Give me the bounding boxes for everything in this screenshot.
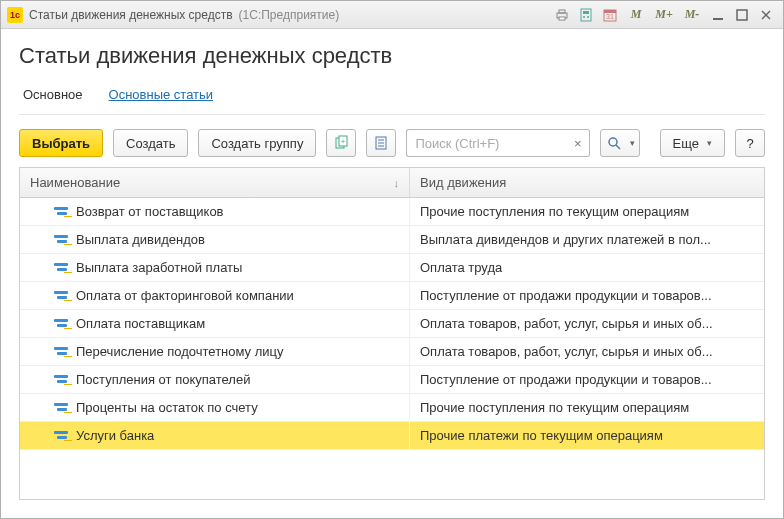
cell-name: Выплата заработной платы bbox=[20, 254, 410, 281]
app-logo-icon: 1c bbox=[7, 7, 23, 23]
window-subtitle: (1С:Предприятие) bbox=[239, 8, 340, 22]
cell-name-text: Перечисление подочтетному лицу bbox=[76, 344, 283, 359]
item-icon bbox=[54, 347, 68, 357]
item-icon bbox=[54, 403, 68, 413]
cell-name: Услуги банка bbox=[20, 422, 410, 449]
title-toolbar: 31 M M+ M- bbox=[551, 5, 777, 25]
table-row[interactable]: Возврат от поставщиковПрочие поступления… bbox=[20, 198, 764, 226]
calendar-icon[interactable]: 31 bbox=[599, 5, 621, 25]
cell-name-text: Оплата поставщикам bbox=[76, 316, 205, 331]
sort-indicator-icon: ↓ bbox=[394, 177, 400, 189]
table: Наименование ↓ Вид движения Возврат от п… bbox=[19, 167, 765, 500]
search-button[interactable]: ▾ bbox=[600, 129, 640, 157]
cell-name-text: Проценты на остаток по счету bbox=[76, 400, 258, 415]
search-box: × bbox=[406, 129, 590, 157]
cell-type: Оплата товаров, работ, услуг, сырья и ин… bbox=[410, 310, 764, 337]
col-header-name-label: Наименование bbox=[30, 175, 120, 190]
svg-text:+: + bbox=[341, 137, 346, 146]
cell-name-text: Выплата заработной платы bbox=[76, 260, 242, 275]
copy-button[interactable]: + bbox=[326, 129, 356, 157]
table-row[interactable]: Проценты на остаток по счетуПрочие посту… bbox=[20, 394, 764, 422]
svg-text:31: 31 bbox=[606, 13, 614, 20]
print-icon[interactable] bbox=[551, 5, 573, 25]
svg-rect-11 bbox=[737, 10, 747, 20]
cell-type: Оплата товаров, работ, услуг, сырья и ин… bbox=[410, 338, 764, 365]
chevron-down-icon: ▾ bbox=[707, 138, 712, 148]
item-icon bbox=[54, 207, 68, 217]
tabs: Основное Основные статьи bbox=[19, 81, 765, 115]
svg-point-5 bbox=[583, 16, 585, 18]
item-icon bbox=[54, 375, 68, 385]
svg-rect-2 bbox=[559, 17, 565, 20]
cell-type: Прочие поступления по текущим операциям bbox=[410, 198, 764, 225]
tab-main-articles[interactable]: Основные статьи bbox=[105, 81, 218, 114]
cell-type: Выплата дивидендов и других платежей в п… bbox=[410, 226, 764, 253]
table-row[interactable]: Выплата заработной платыОплата труда bbox=[20, 254, 764, 282]
table-header: Наименование ↓ Вид движения bbox=[20, 168, 764, 198]
window-title: Статьи движения денежных средств bbox=[29, 8, 233, 22]
search-input[interactable] bbox=[406, 129, 566, 157]
chevron-down-icon: ▾ bbox=[630, 138, 635, 148]
table-body: Возврат от поставщиковПрочие поступления… bbox=[20, 198, 764, 499]
cell-type: Прочие платежи по текущим операциям bbox=[410, 422, 764, 449]
svg-point-6 bbox=[587, 16, 589, 18]
help-button[interactable]: ? bbox=[735, 129, 765, 157]
cell-name: Оплата поставщикам bbox=[20, 310, 410, 337]
item-icon bbox=[54, 319, 68, 329]
table-row[interactable]: Поступления от покупателейПоступление от… bbox=[20, 366, 764, 394]
memory-mminus-button[interactable]: M- bbox=[679, 5, 705, 25]
table-row[interactable]: Услуги банкаПрочие платежи по текущим оп… bbox=[20, 422, 764, 450]
list-view-button[interactable] bbox=[366, 129, 396, 157]
svg-rect-10 bbox=[713, 18, 723, 20]
cell-name-text: Возврат от поставщиков bbox=[76, 204, 224, 219]
col-header-type-label: Вид движения bbox=[420, 175, 506, 190]
create-group-button[interactable]: Создать группу bbox=[198, 129, 316, 157]
maximize-button[interactable] bbox=[731, 5, 753, 25]
table-row[interactable]: Перечисление подочтетному лицуОплата тов… bbox=[20, 338, 764, 366]
svg-line-22 bbox=[616, 145, 620, 149]
svg-point-21 bbox=[609, 138, 617, 146]
tab-main[interactable]: Основное bbox=[19, 81, 87, 114]
cell-name: Возврат от поставщиков bbox=[20, 198, 410, 225]
create-button[interactable]: Создать bbox=[113, 129, 188, 157]
item-icon bbox=[54, 235, 68, 245]
svg-rect-4 bbox=[583, 11, 589, 14]
title-bar: 1c Статьи движения денежных средств (1С:… bbox=[1, 1, 783, 29]
memory-m-button[interactable]: M bbox=[623, 5, 649, 25]
svg-rect-3 bbox=[581, 9, 591, 21]
page-title: Статьи движения денежных средств bbox=[19, 43, 765, 69]
cell-name: Проценты на остаток по счету bbox=[20, 394, 410, 421]
minimize-button[interactable] bbox=[707, 5, 729, 25]
memory-mplus-button[interactable]: M+ bbox=[651, 5, 677, 25]
window: 1c Статьи движения денежных средств (1С:… bbox=[0, 0, 784, 519]
col-header-type[interactable]: Вид движения bbox=[410, 168, 764, 197]
item-icon bbox=[54, 263, 68, 273]
svg-rect-1 bbox=[559, 10, 565, 13]
cell-name-text: Поступления от покупателей bbox=[76, 372, 250, 387]
select-button[interactable]: Выбрать bbox=[19, 129, 103, 157]
table-row[interactable]: Оплата поставщикамОплата товаров, работ,… bbox=[20, 310, 764, 338]
cell-name-text: Услуги банка bbox=[76, 428, 154, 443]
cell-name: Поступления от покупателей bbox=[20, 366, 410, 393]
cell-name-text: Выплата дивидендов bbox=[76, 232, 205, 247]
content-area: Статьи движения денежных средств Основно… bbox=[1, 29, 783, 518]
cell-type: Оплата труда bbox=[410, 254, 764, 281]
table-row[interactable]: Оплата от факторинговой компанииПоступле… bbox=[20, 282, 764, 310]
cell-type: Прочие поступления по текущим операциям bbox=[410, 394, 764, 421]
search-clear-button[interactable]: × bbox=[566, 129, 590, 157]
cell-name-text: Оплата от факторинговой компании bbox=[76, 288, 294, 303]
toolbar: Выбрать Создать Создать группу + × ▾ Еще… bbox=[19, 129, 765, 157]
cell-type: Поступление от продажи продукции и товар… bbox=[410, 282, 764, 309]
cell-name: Выплата дивидендов bbox=[20, 226, 410, 253]
close-button[interactable] bbox=[755, 5, 777, 25]
cell-type: Поступление от продажи продукции и товар… bbox=[410, 366, 764, 393]
cell-name: Перечисление подочтетному лицу bbox=[20, 338, 410, 365]
more-button[interactable]: Еще▾ bbox=[660, 129, 725, 157]
table-row[interactable]: Выплата дивидендовВыплата дивидендов и д… bbox=[20, 226, 764, 254]
item-icon bbox=[54, 431, 68, 441]
cell-name: Оплата от факторинговой компании bbox=[20, 282, 410, 309]
calculator-icon[interactable] bbox=[575, 5, 597, 25]
item-icon bbox=[54, 291, 68, 301]
col-header-name[interactable]: Наименование ↓ bbox=[20, 168, 410, 197]
